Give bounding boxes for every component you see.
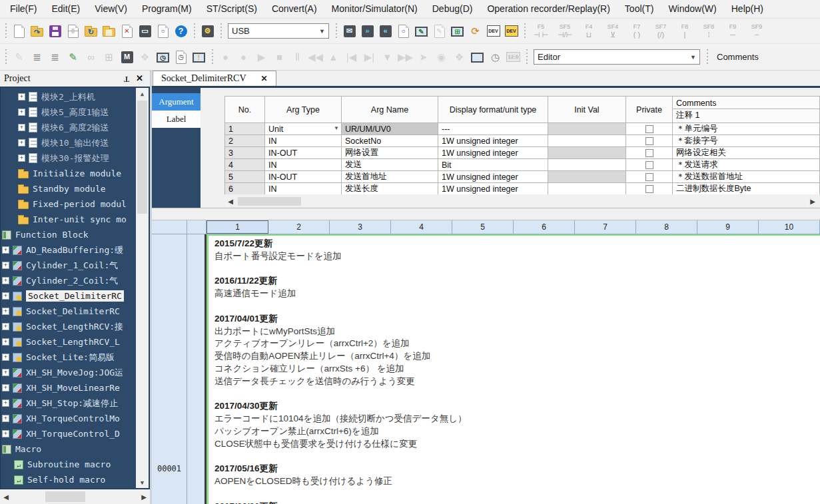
ruler-column-3[interactable]: 3 (330, 220, 391, 234)
transfer-setup-button[interactable]: ✉ (340, 21, 358, 41)
tree-vertical-scrollbar[interactable]: ▲ ▼ (136, 88, 149, 488)
monitor-mode-button[interactable]: ⊞ (448, 21, 466, 41)
cell-arg-type[interactable]: IN-OUT (265, 171, 342, 183)
menu-debug-d-[interactable]: Debug(D) (425, 0, 480, 18)
scrollbar-thumb[interactable] (238, 197, 301, 206)
expand-icon[interactable]: + (18, 109, 25, 116)
cell-comment[interactable]: ＊套接字号 (673, 135, 820, 147)
ruler-column-4[interactable]: 4 (391, 220, 452, 234)
tree-item-xh_sh_stop-[interactable]: +XH_SH_Stop:减速停止 (1, 395, 149, 411)
private-checkbox[interactable] (645, 149, 653, 157)
cell-arg-type[interactable]: IN-OUT (265, 147, 342, 159)
edit-list-button[interactable]: ✎ (64, 47, 82, 67)
expand-icon[interactable]: + (2, 430, 9, 437)
chevron-down-icon[interactable]: ▼ (334, 125, 339, 131)
tree-item-macro[interactable]: Macro (1, 441, 149, 457)
toolbar-grip[interactable] (705, 49, 709, 65)
cell-init-val[interactable] (548, 159, 626, 171)
ruler-column-1[interactable]: 1 (206, 220, 268, 234)
scroll-left-icon[interactable]: ◀ (0, 491, 12, 503)
expand-icon[interactable]: + (2, 323, 9, 330)
cell-display-format[interactable]: 1W unsigned integer (438, 183, 548, 195)
cell-arg-name[interactable]: 发送 (342, 159, 438, 171)
expand-icon[interactable]: + (2, 354, 9, 361)
expand-icon[interactable]: + (2, 415, 9, 422)
cell-display-format[interactable]: --- (438, 123, 548, 135)
side-tab-label[interactable]: Label (152, 111, 201, 128)
cell-arg-name[interactable]: SocketNo (342, 135, 438, 147)
device-list2-button[interactable]: ≣ (46, 47, 64, 67)
print-button[interactable]: ▭ (136, 21, 154, 41)
pc-plc-sync-button[interactable]: ⟳ (466, 21, 484, 41)
cell-init-val[interactable] (548, 123, 626, 135)
cell-display-format[interactable]: 1W unsigned integer (438, 171, 548, 183)
menu-edit-e-[interactable]: Edit(E) (44, 0, 87, 18)
read-from-plc-button[interactable]: « (376, 21, 394, 41)
tree-item--6_-2-[interactable]: +模块6_高度2输送 (1, 120, 149, 135)
toolbar-grip[interactable] (210, 49, 214, 65)
cell-init-val[interactable] (548, 135, 626, 147)
tree-item-inter-unit-sync-mo[interactable]: Inter-unit sync mo (1, 212, 149, 227)
tree-item-socket_delimiterrc[interactable]: +Socket_DelimiterRC (1, 288, 149, 304)
help-button[interactable]: ? (172, 21, 190, 41)
ruler-column-9[interactable]: 9 (697, 220, 759, 234)
ruler-column-2[interactable]: 2 (268, 220, 330, 234)
tree-item-fixed-period-modul[interactable]: Fixed-period modul (1, 196, 149, 212)
program-page-button[interactable]: ⊣⊢ (64, 21, 82, 41)
expand-icon[interactable]: + (2, 308, 9, 315)
toolbar-grip[interactable] (4, 23, 7, 39)
cell-comment[interactable]: ＊发送请求 (673, 159, 820, 171)
menu-operation-recorder-replay-r-[interactable]: Operation recorder/Replay(R) (480, 0, 617, 18)
cell-arg-type[interactable]: IN (265, 159, 342, 171)
device-manager-button[interactable]: M (118, 47, 136, 67)
tree-item-socket_lite-[interactable]: +Socket_Lite:简易版 (1, 350, 149, 365)
tab-socket-delimiterrcv[interactable]: Socket_DelimiterRCV ✕ (153, 71, 276, 86)
tree-item-xh_sh_movelinearre[interactable]: +XH_SH_MoveLinearRe (1, 380, 149, 395)
tree-item--30-[interactable]: +模块30-报警处理 (1, 150, 149, 166)
expand-icon[interactable]: + (18, 93, 25, 101)
plc-settings-button[interactable]: ⚙ (199, 21, 216, 41)
delete-program-button[interactable]: ✕ (118, 21, 136, 41)
cell-display-format[interactable]: Bit (438, 159, 548, 171)
tree-item-xh_torquecontrolmo[interactable]: +XH_TorqueControlMo (1, 411, 149, 426)
toolbar-grip[interactable] (334, 23, 338, 39)
expand-icon[interactable]: + (2, 246, 9, 254)
cell-init-val[interactable] (548, 183, 626, 195)
expand-icon[interactable]: + (2, 338, 9, 346)
menu-help-h-[interactable]: Help(H) (724, 0, 771, 18)
device-list-button[interactable]: ≣ (28, 47, 46, 67)
cell-arg-name[interactable]: 发送长度 (342, 183, 438, 195)
toolbar-grip[interactable] (219, 23, 222, 39)
monitor-warning-button[interactable]: ! (190, 47, 208, 67)
menu-monitor-simulator-n-[interactable]: Monitor/Simulator(N) (324, 0, 425, 18)
ruler-column-10[interactable]: 10 (759, 220, 820, 234)
private-checkbox[interactable] (645, 125, 653, 133)
cell-display-format[interactable]: 1W unsigned integer (438, 147, 548, 159)
private-checkbox[interactable] (645, 185, 653, 193)
tree-item-xh_torquecontrol_d[interactable]: +XH_TorqueControl_D (1, 426, 149, 441)
scroll-up-icon[interactable]: ▲ (136, 88, 149, 99)
scroll-right-icon[interactable]: ▶ (138, 491, 150, 503)
ruler-column-7[interactable]: 7 (575, 220, 636, 234)
cell-arg-type[interactable]: IN (265, 135, 342, 147)
cell-comment[interactable]: ＊单元编号 (673, 123, 820, 135)
menu-file-f-[interactable]: File(F) (3, 0, 44, 18)
save-button[interactable] (46, 21, 64, 41)
toolbar-grip[interactable] (4, 49, 7, 65)
expand-icon[interactable]: + (2, 399, 9, 407)
screen-small-button[interactable] (468, 47, 486, 67)
cell-comment[interactable]: ＊发送数据首地址 (673, 171, 820, 183)
private-checkbox[interactable] (645, 161, 653, 169)
write-to-plc-button[interactable]: » (358, 21, 376, 41)
menu-program-m-[interactable]: Program(M) (135, 0, 199, 18)
scrollbar-thumb[interactable] (45, 491, 85, 502)
cell-display-format[interactable]: 1W unsigned integer (438, 135, 548, 147)
tree-item--5_-1-[interactable]: +模块5_高度1输送 (1, 105, 149, 120)
cell-arg-type[interactable]: IN (265, 183, 342, 195)
tree-item--2_-[interactable]: +模块2_上料机 (1, 89, 149, 105)
cell-comment[interactable]: 二进制数据长度Byte (673, 183, 820, 195)
expand-icon[interactable]: + (18, 139, 25, 146)
tree-item--10_-[interactable]: +模块10_输出传送 (1, 135, 149, 150)
device-page-monitor-button[interactable]: DEV (502, 21, 520, 41)
ruler-column-5[interactable]: 5 (452, 220, 514, 234)
